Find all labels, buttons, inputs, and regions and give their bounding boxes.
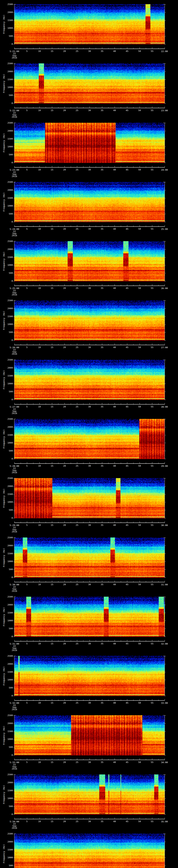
y-tick-label: 500	[0, 805, 13, 807]
end-time-label: 22:00	[156, 50, 173, 53]
y-tick	[165, 360, 166, 360]
x-minor-tick	[133, 344, 134, 345]
x-minor-tick	[133, 522, 134, 523]
x-tick-label: 35	[96, 228, 108, 230]
x-minor-tick	[33, 463, 33, 463]
y-tick-label: 0	[0, 339, 13, 341]
x-tick-label: 15	[46, 761, 58, 763]
x-tick-label: 35	[96, 406, 108, 408]
plot-area	[14, 63, 165, 104]
y-tick	[13, 486, 14, 487]
x-tick-label: 55	[146, 228, 158, 230]
x-tick	[77, 48, 77, 49]
x-minor-tick	[133, 581, 134, 582]
y-tick	[13, 131, 14, 131]
x-tick-label: 45	[121, 761, 133, 763]
y-tick-label: 1000	[0, 27, 13, 29]
y-tick-label: 2500	[0, 62, 13, 65]
x-tick-label: 5	[21, 761, 33, 763]
x-tick-label: 50	[133, 109, 146, 112]
y-tick	[13, 842, 14, 842]
y-tick-label: 2500	[0, 299, 13, 302]
y-tick-label: 500	[0, 746, 13, 748]
x-tick-label: 55	[146, 761, 158, 763]
x-minor-tick	[121, 344, 121, 345]
x-minor-tick	[96, 818, 96, 819]
spectrogram-panel: Frequency (Hz) 5:21:00 22:00 22 Sep 2016…	[0, 0, 178, 59]
x-tick-label: 55	[146, 346, 158, 348]
y-tick-label: 2500	[0, 773, 13, 776]
y-tick	[165, 155, 166, 155]
x-minor-tick	[133, 166, 134, 167]
x-tick	[152, 48, 152, 49]
y-tick-label: 0	[0, 694, 13, 697]
y-axis-title: Frequency (Hz)	[3, 597, 5, 637]
x-tick-label: 55	[146, 524, 158, 526]
plot-top-right-nub	[163, 360, 165, 360]
x-tick-label: 10	[33, 228, 46, 230]
plot-area	[14, 834, 165, 868]
x-tick	[39, 640, 40, 641]
x-tick	[140, 640, 140, 641]
x-axis-line	[14, 700, 165, 701]
x-tick-label: 15	[46, 346, 58, 348]
x-minor-tick	[83, 403, 84, 404]
y-tick-label: 1500	[0, 552, 13, 555]
x-tick	[64, 521, 65, 523]
spectrogram-panel: Frequency (Hz) 5:28:00 29:00 22 Sep 2016…	[0, 415, 178, 474]
x-tick	[64, 818, 65, 819]
y-tick	[13, 222, 14, 222]
x-tick-label: 5	[21, 346, 33, 348]
plot-area	[14, 182, 165, 222]
x-tick	[165, 225, 165, 226]
x-tick	[64, 344, 65, 345]
x-tick	[39, 758, 40, 760]
plot-top-left-nub	[14, 419, 16, 419]
x-tick	[165, 403, 165, 404]
y-tick-label: 1000	[0, 501, 13, 503]
y-tick	[165, 435, 166, 435]
plot-area	[14, 300, 165, 341]
x-tick-label: 40	[108, 524, 121, 526]
plot-area	[14, 597, 165, 637]
y-tick-label: 500	[0, 450, 13, 452]
x-tick-label: 20	[58, 346, 71, 348]
x-minor-tick	[133, 700, 134, 700]
y-axis-title: Frequency (Hz)	[3, 360, 5, 400]
x-tick-label: 25	[71, 109, 83, 112]
spectrogram-panel: Frequency (Hz) 5:34:00 35:00 22 Sep 2016…	[0, 770, 178, 830]
x-tick	[165, 818, 165, 819]
x-tick-label: 35	[96, 702, 108, 704]
y-tick-label: 0	[0, 636, 13, 638]
x-tick-label: 55	[146, 168, 158, 171]
y-tick	[165, 316, 166, 317]
y-tick-label: 0	[0, 517, 13, 519]
x-tick-label: 30	[83, 346, 96, 348]
y-tick-label: 2500	[0, 181, 13, 183]
x-minor-tick	[21, 285, 21, 286]
x-tick-label: 35	[96, 761, 108, 763]
y-tick-label: 0	[0, 458, 13, 460]
x-tick	[64, 699, 65, 700]
x-minor-tick	[121, 522, 121, 523]
x-tick-label: 15	[46, 643, 58, 645]
plot-top-right-nub	[163, 63, 165, 64]
y-tick	[13, 273, 14, 273]
y-tick	[13, 87, 14, 88]
x-tick	[140, 758, 140, 760]
x-tick-label: 10	[33, 465, 46, 467]
x-tick-label: 45	[121, 109, 133, 112]
x-tick	[152, 225, 152, 226]
y-tick	[13, 546, 14, 546]
y-axis-title: Frequency (Hz)	[3, 241, 5, 281]
x-tick-label: 20	[58, 820, 71, 823]
x-tick-label: 35	[96, 524, 108, 526]
x-minor-tick	[108, 522, 109, 523]
y-tick-label: 1000	[0, 679, 13, 681]
x-tick	[165, 284, 165, 286]
plot-top-right-nub	[163, 123, 165, 123]
x-tick	[152, 344, 152, 345]
x-minor-tick	[83, 285, 84, 286]
x-tick	[39, 581, 40, 582]
x-tick-label: 15	[46, 287, 58, 289]
